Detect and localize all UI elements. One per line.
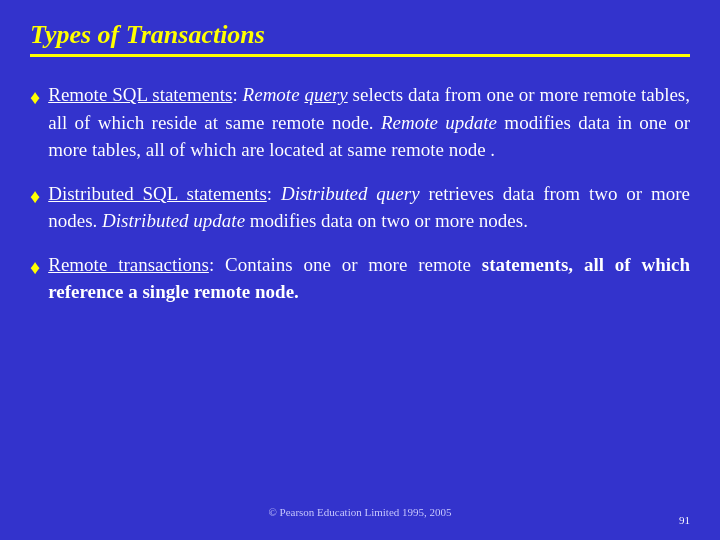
bullet1-italic-query: Remote query bbox=[243, 84, 348, 105]
content-section: ♦ Remote SQL statements: Remote query se… bbox=[30, 81, 690, 494]
bullet-icon-2: ♦ bbox=[30, 182, 40, 210]
bullet-text-1: Remote SQL statements: Remote query sele… bbox=[48, 81, 690, 164]
bullet1-italic-update: Remote update bbox=[381, 112, 497, 133]
bullet2-italic-query: Distributed query bbox=[281, 183, 420, 204]
bullet-item-3: ♦ Remote transactions: Contains one or m… bbox=[30, 251, 690, 306]
bullet-item-2: ♦ Distributed SQL statements: Distribute… bbox=[30, 180, 690, 235]
bullet1-heading-underline: Remote SQL statements bbox=[48, 84, 232, 105]
bullet2-italic-update: Distributed update bbox=[102, 210, 245, 231]
slide-container: Types of Transactions ♦ Remote SQL state… bbox=[0, 0, 720, 540]
bullet-item-1: ♦ Remote SQL statements: Remote query se… bbox=[30, 81, 690, 164]
title-underline bbox=[30, 54, 690, 57]
title-section: Types of Transactions bbox=[30, 20, 690, 57]
bullet-text-3: Remote transactions: Contains one or mor… bbox=[48, 251, 690, 306]
slide-title: Types of Transactions bbox=[30, 20, 690, 50]
bullet3-heading-underline: Remote transactions bbox=[48, 254, 209, 275]
bullet2-heading-underline: Distributed SQL statements bbox=[48, 183, 267, 204]
bullet-text-2: Distributed SQL statements: Distributed … bbox=[48, 180, 690, 235]
footer-section: © Pearson Education Limited 1995, 2005 bbox=[30, 494, 690, 520]
bullet-icon-3: ♦ bbox=[30, 253, 40, 281]
bullet-icon-1: ♦ bbox=[30, 83, 40, 111]
footer-text: © Pearson Education Limited 1995, 2005 bbox=[268, 506, 451, 518]
page-number: 91 bbox=[679, 514, 690, 526]
